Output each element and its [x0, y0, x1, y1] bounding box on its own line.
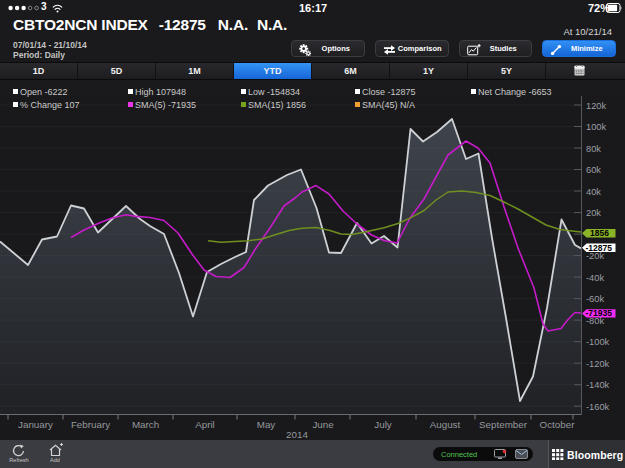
svg-text:100k: 100k	[586, 122, 607, 132]
svg-text:60k: 60k	[586, 165, 601, 175]
svg-text:September: September	[479, 419, 528, 430]
svg-text:May: May	[257, 419, 276, 430]
svg-text:-71935: -71935	[586, 308, 613, 318]
svg-text:April: April	[195, 419, 215, 430]
svg-text:January: January	[18, 419, 53, 430]
svg-text:40k: 40k	[586, 187, 601, 197]
svg-text:-100k: -100k	[586, 337, 610, 347]
svg-text:-120k: -120k	[586, 359, 610, 369]
svg-text:-60k: -60k	[586, 294, 604, 304]
svg-text:-12875: -12875	[586, 243, 613, 253]
svg-text:80k: 80k	[586, 144, 601, 154]
svg-text:-40k: -40k	[586, 273, 604, 283]
svg-text:August: August	[430, 419, 461, 430]
svg-text:120k: 120k	[586, 101, 607, 111]
svg-text:2014: 2014	[286, 429, 308, 440]
svg-text:October: October	[540, 419, 576, 430]
svg-text:February: February	[71, 419, 110, 430]
svg-text:June: June	[312, 419, 334, 430]
svg-text:March: March	[132, 419, 159, 430]
svg-text:20k: 20k	[586, 208, 601, 218]
svg-text:1856: 1856	[590, 228, 609, 238]
svg-text:July: July	[374, 419, 392, 430]
svg-text:-140k: -140k	[586, 380, 610, 390]
svg-text:-160k: -160k	[586, 402, 610, 412]
